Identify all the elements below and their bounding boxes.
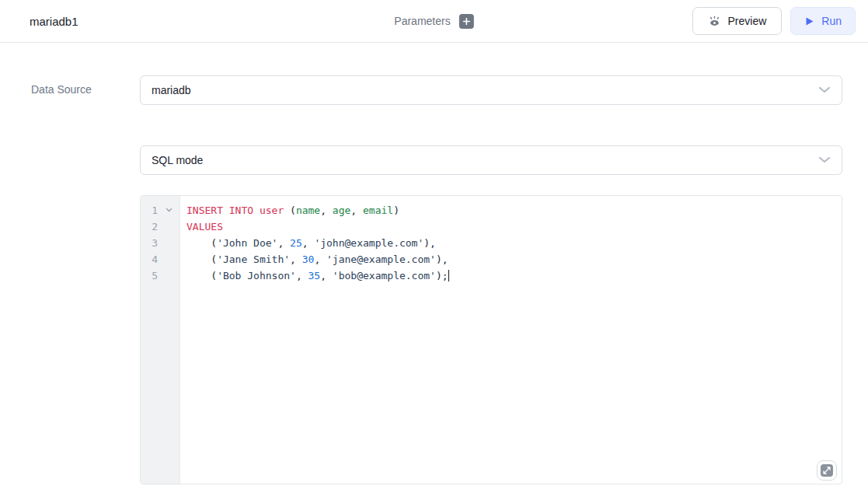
expand-icon — [821, 464, 833, 477]
code-token: , — [320, 270, 333, 281]
code-token: , — [302, 237, 315, 249]
line-number: 5 — [141, 267, 180, 284]
line-number: 3 — [141, 235, 180, 251]
code-token: ( — [284, 205, 296, 216]
code-token: , — [350, 205, 363, 216]
code-token: 'Bob Johnson' — [217, 270, 296, 281]
code-token: name — [296, 205, 320, 216]
editor-code[interactable]: INSERT INTO user (name, age, email)VALUE… — [180, 196, 842, 484]
query-mode-value: SQL mode — [152, 154, 203, 166]
text-caret — [448, 270, 449, 281]
code-token: 'bob@example.com' — [333, 270, 436, 281]
sql-code-editor[interactable]: 12345 INSERT INTO user (name, age, email… — [140, 195, 842, 484]
data-source-select[interactable]: mariadb — [140, 75, 842, 105]
plus-icon — [463, 18, 470, 25]
code-token: 'john@example.com' — [314, 237, 424, 249]
code-token: , — [290, 253, 302, 265]
run-button[interactable]: Run — [790, 7, 856, 35]
code-token: ), — [436, 253, 448, 265]
code-token: 'jane@example.com' — [326, 253, 436, 265]
code-token: , — [314, 253, 326, 265]
query-header: mariadb1 Parameters Preview Run — [0, 0, 868, 43]
chevron-down-icon[interactable] — [166, 208, 173, 213]
data-source-label: Data Source — [0, 75, 140, 484]
query-title: mariadb1 — [30, 15, 78, 28]
code-token: INSERT INTO user — [186, 205, 284, 216]
parameters-label: Parameters — [394, 15, 450, 27]
code-token: 25 — [290, 237, 302, 249]
query-editor-body: Data Source mariadb SQL mode 12345 INSER… — [0, 43, 868, 484]
code-token: ), — [424, 237, 436, 249]
add-parameter-button[interactable] — [459, 14, 474, 29]
parameters-section: Parameters — [394, 14, 473, 29]
data-source-value: mariadb — [152, 84, 191, 96]
code-token: , — [296, 270, 309, 281]
code-token: 'John Doe' — [217, 237, 277, 249]
code-line: ('John Doe', 25, 'john@example.com'), — [186, 235, 842, 251]
line-number: 4 — [141, 251, 180, 267]
code-token: email — [363, 205, 393, 216]
code-token: 'Jane Smith' — [217, 253, 290, 265]
code-token: ( — [186, 270, 217, 281]
preview-button[interactable]: Preview — [692, 7, 783, 35]
code-line: INSERT INTO user (name, age, email) — [186, 202, 842, 219]
code-token: , — [320, 205, 333, 216]
preview-label: Preview — [728, 15, 767, 27]
chevron-down-icon — [818, 156, 831, 164]
code-line: VALUES — [186, 219, 842, 235]
line-number: 1 — [141, 202, 180, 219]
play-icon — [804, 16, 814, 26]
code-line: ('Jane Smith', 30, 'jane@example.com'), — [186, 251, 842, 267]
query-mode-select[interactable]: SQL mode — [140, 145, 842, 175]
run-label: Run — [821, 15, 842, 27]
code-token: ); — [436, 270, 448, 281]
code-token: ( — [186, 237, 217, 249]
eye-icon — [708, 16, 721, 27]
code-token: age — [333, 205, 350, 216]
header-actions: Preview Run — [692, 7, 856, 35]
code-token: , — [277, 237, 290, 249]
code-token: ( — [186, 253, 217, 265]
code-token: 35 — [309, 270, 321, 281]
chevron-down-icon — [818, 86, 831, 94]
code-token: ) — [393, 205, 399, 216]
line-number: 2 — [141, 219, 180, 235]
code-token: VALUES — [186, 221, 223, 233]
expand-editor-button[interactable] — [817, 460, 837, 481]
code-token: 30 — [302, 253, 315, 265]
code-line: ('Bob Johnson', 35, 'bob@example.com'); — [186, 267, 842, 284]
editor-gutter: 12345 — [141, 196, 180, 484]
